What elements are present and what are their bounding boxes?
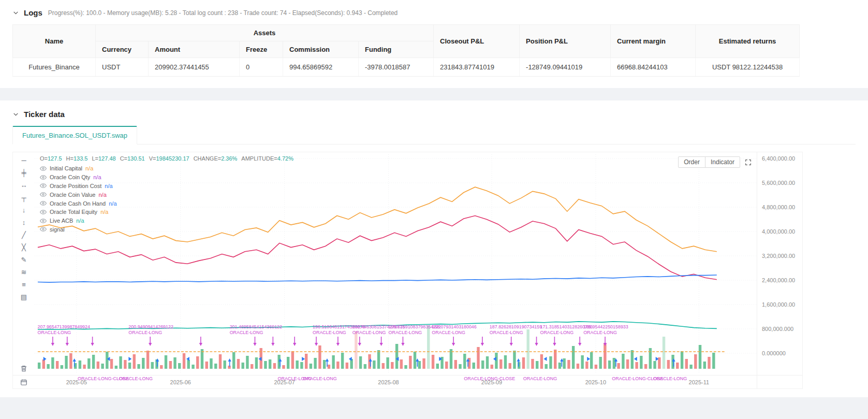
svg-text:ORACLE-LONG: ORACLE-LONG <box>389 330 422 335</box>
y-axis-label: 0.000000 <box>762 350 786 356</box>
section-gap <box>0 88 868 100</box>
fullscreen-icon[interactable] <box>745 159 752 166</box>
chart-plot-area[interactable]: 207.96547139987849924ORACLE-LONG200.9490… <box>35 152 757 375</box>
cell-freeze: 0 <box>240 58 283 77</box>
col-header-assets: Assets <box>96 25 434 41</box>
legend-label: Oracle Position Cost <box>50 183 101 189</box>
col-header-amount: Amount <box>149 41 240 58</box>
eye-icon[interactable] <box>40 200 47 207</box>
svg-text:187.82628109190734159: 187.82628109190734159 <box>490 324 542 329</box>
svg-text:165.95442250158933: 165.95442250158933 <box>583 324 628 329</box>
trend-line-tool-icon[interactable]: ╱ <box>18 231 30 243</box>
chart-container: ─╪↔┬↓↕╱╳✎≋≡▤ 207.96547139987849924ORACLE… <box>12 152 803 389</box>
legend-row: Oracle Cash On Handn/a <box>40 199 293 208</box>
pencil-tool-icon[interactable]: ✎ <box>18 256 30 268</box>
ohlc-info-item: L=127.48 <box>92 155 115 162</box>
col-header-commission: Commission <box>283 41 359 58</box>
eye-icon[interactable] <box>40 174 47 181</box>
cell-current-margin: 66968.84244103 <box>611 58 696 77</box>
ohlc-info-item: AMPLITUDE=4.72% <box>241 155 293 162</box>
legend-value: n/a <box>109 200 116 207</box>
legend-label: Oracle Total Equity <box>50 209 97 215</box>
vertical-line-tool-icon[interactable]: ┬ <box>18 194 30 206</box>
eye-icon[interactable] <box>40 226 47 233</box>
x-axis-label: 2025-08 <box>378 379 399 385</box>
legend-label: Oracle Cash On Hand <box>50 200 106 207</box>
col-header-freeze: Freeze <box>240 41 283 58</box>
axis-corner <box>757 375 802 388</box>
order-button[interactable]: Order <box>678 156 705 168</box>
x-axis-label: 2025-06 <box>170 379 191 385</box>
indicator-button[interactable]: Indicator <box>705 156 740 168</box>
price-range-tool-icon[interactable]: ↕ <box>18 219 30 231</box>
col-header-closeout-pnl: Closeout P&L <box>434 25 520 58</box>
list-tool-icon[interactable]: ≡ <box>18 281 30 293</box>
time-axis[interactable]: 2025-052025-062025-072025-082025-092025-… <box>35 375 757 388</box>
svg-text:ORACLE-LONG: ORACLE-LONG <box>313 330 346 335</box>
chart-legend: O=127.5H=133.5L=127.48C=130.51V=19845230… <box>40 155 293 234</box>
x-axis-label: 2025-11 <box>689 379 710 385</box>
svg-text:201.46958454154369122: 201.46958454154369122 <box>230 324 282 329</box>
axis-trade-label: ORACLE-LONG <box>523 376 557 381</box>
legend-label: Live ACB <box>50 218 73 224</box>
y-axis-label: 4,800,000.00 <box>762 204 795 210</box>
legend-row: Oracle Coin Valuen/a <box>40 190 293 199</box>
legend-label: Oracle Coin Qty <box>50 174 90 180</box>
col-header-name: Name <box>13 25 96 58</box>
svg-text:ORACLE-LONG: ORACLE-LONG <box>432 330 465 335</box>
y-axis-label: 1,600,000.00 <box>762 301 795 308</box>
ohlc-info-item: V=19845230.17 <box>149 155 189 162</box>
svg-text:ORACLE-LONG: ORACLE-LONG <box>352 330 386 335</box>
eye-icon[interactable] <box>40 209 47 215</box>
cross-lines-tool-icon[interactable]: ╳ <box>18 243 30 256</box>
eye-icon[interactable] <box>40 191 47 198</box>
svg-text:ORACLE-LONG: ORACLE-LONG <box>540 330 574 335</box>
arrow-down-tool-icon[interactable]: ↓ <box>18 206 30 219</box>
svg-text:ORACLE-LONG: ORACLE-LONG <box>230 330 263 335</box>
calendar-icon[interactable] <box>13 375 35 388</box>
horizontal-line-tool-icon[interactable]: ╪ <box>18 169 30 181</box>
col-header-current-margin: Current margin <box>611 25 696 58</box>
legend-row: Oracle Total Equityn/a <box>40 208 293 216</box>
chart-top-buttons: Order Indicator <box>678 156 752 168</box>
chart-drawing-toolbar: ─╪↔┬↓↕╱╳✎≋≡▤ <box>13 152 35 375</box>
eye-icon[interactable] <box>40 182 47 189</box>
horizontal-ray-tool-icon[interactable]: ↔ <box>18 181 30 194</box>
axis-trade-label: ORACLE-LONG <box>303 376 337 381</box>
svg-text:207.96547139987849924: 207.96547139987849924 <box>38 324 90 329</box>
logs-section: Logs Progress(%): 100.0 - Memory usage(M… <box>0 0 868 88</box>
eye-icon[interactable] <box>40 218 47 224</box>
legend-row: Oracle Position Costn/a <box>40 182 293 191</box>
col-header-currency: Currency <box>96 41 149 58</box>
cell-position-pnl: -128749.09441019 <box>520 58 611 77</box>
ohlc-info-row: O=127.5H=133.5L=127.48C=130.51V=19845230… <box>40 155 293 162</box>
price-axis[interactable]: 6,400,000.005,600,000.004,800,000.004,00… <box>757 152 802 375</box>
legend-label: signal <box>50 226 65 233</box>
logs-section-title: Logs <box>24 8 42 17</box>
svg-text:168.07931403180046: 168.07931403180046 <box>432 324 477 329</box>
col-header-position-pnl: Position P&L <box>520 25 611 58</box>
x-axis-label: 2025-10 <box>585 379 606 385</box>
eye-icon[interactable] <box>40 165 47 172</box>
account-summary-table: Name Assets Closeout P&L Position P&L Cu… <box>12 24 800 77</box>
legend-value: n/a <box>105 183 112 189</box>
chevron-down-icon[interactable] <box>12 9 19 16</box>
cell-closeout-pnl: 231843.87741019 <box>434 58 520 77</box>
svg-text:ORACLE-LONG: ORACLE-LONG <box>490 330 523 335</box>
tab-futures-binance-sol-usdt-swap[interactable]: Futures_Binance.SOL_USDT.swap <box>12 126 137 145</box>
chevron-down-icon[interactable] <box>12 111 19 118</box>
svg-text:ORACLE-LONG: ORACLE-LONG <box>38 330 71 335</box>
legend-row: signal <box>40 225 293 234</box>
cell-currency: USDT <box>96 58 149 77</box>
table-row: Futures_Binance USDT 209902.37441455 0 9… <box>13 58 800 77</box>
axis-trade-label: ORACLE-LONG <box>653 376 687 381</box>
panel-tool-icon[interactable]: ▤ <box>18 293 30 306</box>
trash-icon[interactable] <box>18 365 30 375</box>
series-oracle-cash-on-hand <box>38 275 717 282</box>
legend-row: Initial Capitaln/a <box>40 164 293 173</box>
legend-value: n/a <box>98 192 106 198</box>
crosshair-tool-icon[interactable]: ─ <box>18 156 30 169</box>
cell-name: Futures_Binance <box>13 58 96 77</box>
parallel-channel-tool-icon[interactable]: ≋ <box>18 268 30 281</box>
legend-label: Oracle Coin Value <box>50 192 95 198</box>
